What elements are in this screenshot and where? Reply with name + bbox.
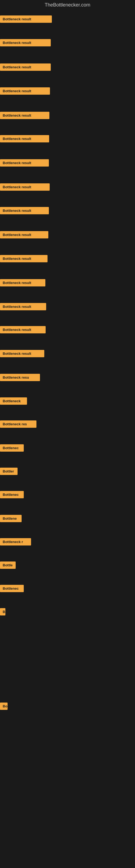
bottleneck-item: Bottleneck result — [0, 87, 50, 95]
bottleneck-item: Bottleneck result — [0, 279, 45, 286]
bottleneck-item: Bottleneck result — [0, 326, 46, 333]
bottleneck-item: Bottler — [0, 468, 17, 475]
bottleneck-item: Bottleneck result — [0, 183, 50, 191]
bottleneck-item: Bottleneck result — [0, 63, 51, 71]
bottleneck-item: Bottleneck result — [0, 112, 49, 119]
bottleneck-item: Bottle — [0, 561, 16, 569]
bottleneck-item: Bottlene — [0, 515, 21, 522]
bottleneck-item: Bottlenec — [0, 491, 24, 498]
bottleneck-item: B — [0, 608, 5, 616]
bottleneck-item: Bottleneck result — [0, 350, 44, 357]
bottleneck-item: Bottleneck result — [0, 207, 49, 214]
bottleneck-item: Bottleneck result — [0, 39, 51, 46]
bottleneck-item: Bottlenec — [0, 585, 24, 592]
bottleneck-item: Bottleneck r — [0, 538, 31, 546]
bottleneck-item: Bottleneck result — [0, 255, 48, 262]
bottleneck-item: Bottleneck result — [0, 303, 46, 310]
bottleneck-item: Bottleneck result — [0, 159, 49, 166]
bottleneck-item: Bottleneck res — [0, 421, 37, 428]
bottleneck-item: Bottleneck — [0, 397, 27, 405]
bottleneck-item: Bottleneck resu — [0, 374, 40, 381]
bottleneck-item: Bottlenec — [0, 444, 24, 452]
bottleneck-item: Bo — [0, 703, 8, 710]
site-title: TheBottlenecker.com — [0, 0, 135, 10]
bottleneck-item: Bottleneck result — [0, 16, 52, 23]
bottleneck-item: Bottleneck result — [0, 135, 49, 143]
bottleneck-item: Bottleneck result — [0, 231, 48, 239]
